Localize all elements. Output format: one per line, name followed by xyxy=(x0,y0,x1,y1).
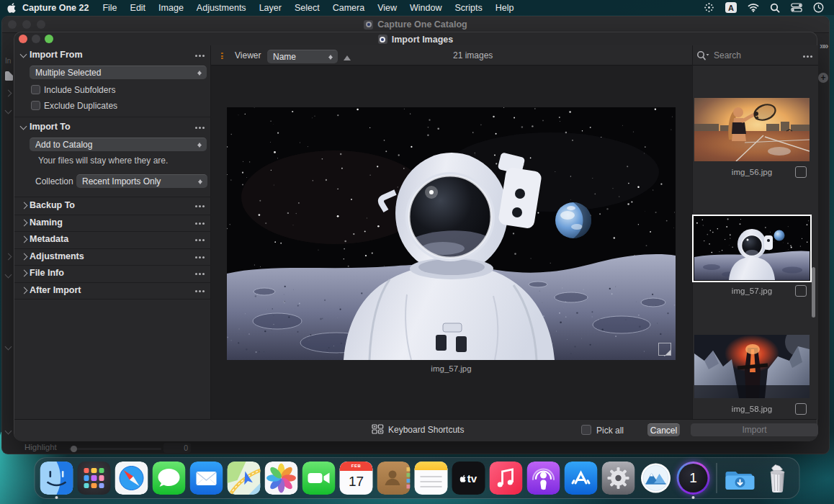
import-button[interactable]: Import xyxy=(691,423,818,436)
menu-camera[interactable]: Camera xyxy=(326,3,371,13)
menu-adjustments[interactable]: Adjustments xyxy=(190,3,253,13)
spotlight-icon[interactable] xyxy=(770,3,780,13)
section-more-icon[interactable] xyxy=(195,205,197,207)
panel-expand-chevrons-icon[interactable]: »» xyxy=(820,40,827,51)
import-destination-dropdown[interactable]: Add to Catalog xyxy=(30,138,207,151)
dock-messages-icon[interactable] xyxy=(153,462,186,495)
pick-checkbox-img-58[interactable] xyxy=(795,403,807,415)
exclude-duplicates-checkbox[interactable] xyxy=(31,101,40,110)
dock-mountain-photos-app-icon[interactable] xyxy=(640,462,673,495)
pick-checkbox-img-57[interactable] xyxy=(795,285,807,297)
import-to-title[interactable]: Import To xyxy=(30,122,71,132)
section-more-icon[interactable] xyxy=(195,256,197,258)
desktop: Capture One 22 File Edit Image Adjustmen… xyxy=(0,0,834,504)
dock-finder-icon[interactable] xyxy=(40,462,73,495)
viewer-pick-checkbox[interactable] xyxy=(658,343,671,356)
cancel-button[interactable]: Cancel xyxy=(647,423,680,436)
add-collection-icon[interactable] xyxy=(818,73,828,83)
menu-image[interactable]: Image xyxy=(152,3,190,13)
include-subfolders-checkbox[interactable] xyxy=(31,85,40,94)
dock-app-store-icon[interactable] xyxy=(565,462,598,495)
dock-facetime-icon[interactable] xyxy=(302,462,336,495)
dock-downloads-icon[interactable] xyxy=(724,462,757,495)
dock-calendar-icon[interactable]: FEB 17 xyxy=(340,462,373,495)
dock-safari-icon[interactable] xyxy=(115,462,148,495)
tennis-photo xyxy=(694,98,810,161)
clock-icon[interactable] xyxy=(813,2,824,13)
menu-app-name[interactable]: Capture One 22 xyxy=(22,3,89,13)
apple-menu-icon[interactable] xyxy=(7,2,17,13)
dock-music-icon[interactable] xyxy=(490,462,523,495)
keyboard-shortcuts-icon[interactable] xyxy=(372,424,384,434)
dock-mail-icon[interactable] xyxy=(190,462,223,495)
dock: FEB 17 xyxy=(35,457,800,499)
menu-select[interactable]: Select xyxy=(288,3,326,13)
section-more-icon[interactable] xyxy=(195,273,197,275)
dock-trash-icon[interactable] xyxy=(761,462,794,495)
image-count: 21 images xyxy=(453,50,493,60)
dock-launchpad-icon[interactable] xyxy=(78,462,111,495)
section-metadata[interactable]: Metadata xyxy=(14,231,211,249)
section-after-import[interactable]: After Import xyxy=(14,282,211,300)
pick-checkbox-img-56[interactable] xyxy=(795,166,807,178)
wifi-icon[interactable] xyxy=(748,3,759,12)
bg-close-button[interactable] xyxy=(8,20,17,29)
import-source-dropdown[interactable]: Multiple Selected xyxy=(30,66,207,79)
dock-photos-icon[interactable] xyxy=(265,462,298,495)
dock-capture-one-icon[interactable]: 1 xyxy=(677,462,710,495)
keyboard-shortcuts-label[interactable]: Keyboard Shortcuts xyxy=(388,425,464,435)
section-naming[interactable]: Naming xyxy=(14,215,211,233)
menu-layer[interactable]: Layer xyxy=(253,3,288,13)
sort-by-dropdown[interactable]: Name xyxy=(267,50,338,63)
bg-zoom-button[interactable] xyxy=(37,20,45,29)
section-file-info[interactable]: File Info xyxy=(14,265,211,283)
menu-window[interactable]: Window xyxy=(403,3,448,13)
control-center-icon[interactable] xyxy=(791,3,802,12)
clipped-chevron-icon[interactable] xyxy=(5,107,12,114)
section-more-icon[interactable] xyxy=(195,290,197,292)
highlight-slider-knob[interactable] xyxy=(71,446,77,452)
sort-direction-icon[interactable] xyxy=(344,52,351,60)
search-input[interactable]: Search xyxy=(714,50,741,60)
section-backup-to[interactable]: Backup To xyxy=(14,197,211,215)
clipped-chevron-icon[interactable] xyxy=(5,253,12,261)
filmstrip-scrollbar[interactable] xyxy=(812,267,815,318)
thumbnail-img-58[interactable] xyxy=(694,335,810,398)
clipped-chevron-icon[interactable] xyxy=(5,90,12,97)
import-to-more-icon[interactable] xyxy=(195,127,197,129)
search-icon[interactable] xyxy=(696,50,709,61)
finder-running-dot xyxy=(55,496,58,499)
thumbnail-img-56[interactable] xyxy=(694,98,810,161)
app-burst-icon[interactable] xyxy=(704,2,714,13)
dock-maps-icon[interactable] xyxy=(228,462,261,495)
menu-view[interactable]: View xyxy=(371,3,403,13)
dock-apple-tv-icon[interactable]: tv xyxy=(452,462,485,495)
clipped-chevron-icon[interactable] xyxy=(5,428,12,435)
thumbnail-img-57-selected[interactable] xyxy=(694,217,810,280)
pick-all-checkbox[interactable] xyxy=(581,425,591,435)
import-from-title[interactable]: Import From xyxy=(30,50,83,60)
dock-notes-icon[interactable] xyxy=(415,462,448,495)
section-more-icon[interactable] xyxy=(195,239,197,241)
collection-dropdown[interactable]: Recent Imports Only xyxy=(76,174,207,188)
clipped-chevron-icon[interactable] xyxy=(5,343,12,351)
clipped-chevron-icon[interactable] xyxy=(5,271,12,279)
input-source-icon[interactable]: A xyxy=(725,2,737,13)
search-more-icon[interactable] xyxy=(803,55,805,58)
highlight-slider-track[interactable] xyxy=(69,448,161,450)
dialog-titlebar: Import Images xyxy=(14,34,817,45)
bg-minimize-button[interactable] xyxy=(22,20,31,29)
dock-podcasts-icon[interactable] xyxy=(527,462,560,495)
section-adjustments[interactable]: Adjustments xyxy=(14,248,211,266)
menu-file[interactable]: File xyxy=(96,3,123,13)
menu-scripts[interactable]: Scripts xyxy=(448,3,488,13)
viewer-image[interactable] xyxy=(227,107,676,360)
dock-system-settings-icon[interactable] xyxy=(602,462,635,495)
menu-edit[interactable]: Edit xyxy=(124,3,153,13)
menu-help[interactable]: Help xyxy=(489,3,521,13)
dock-contacts-icon[interactable] xyxy=(377,462,411,495)
capture-one-label: 1 xyxy=(689,470,697,486)
section-more-icon[interactable] xyxy=(195,222,197,225)
import-from-more-icon[interactable] xyxy=(195,55,197,57)
expand-chevron-icon xyxy=(21,287,28,294)
